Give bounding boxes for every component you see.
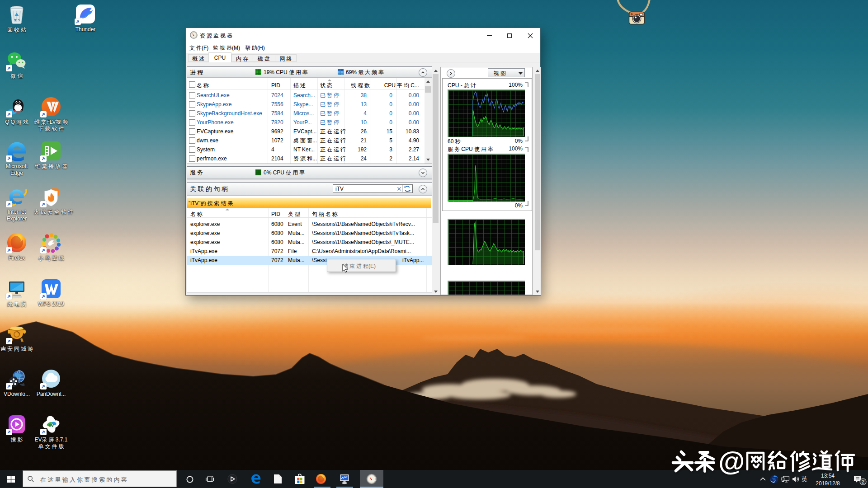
svg-text:@: @ xyxy=(718,446,745,476)
